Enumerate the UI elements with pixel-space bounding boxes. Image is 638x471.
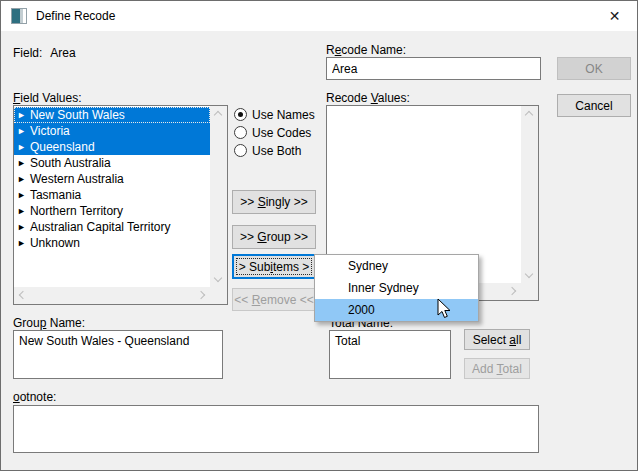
field-value-item[interactable]: ►Tasmania — [14, 187, 210, 203]
mouse-cursor-icon — [437, 298, 452, 323]
scrollbar-corner — [210, 287, 227, 304]
group-name-input[interactable]: New South Wales - Queensland — [13, 330, 223, 379]
radio-use-both[interactable]: Use Both — [234, 143, 301, 158]
group-name-label: Group Name: — [13, 316, 85, 330]
footnote-input[interactable] — [13, 405, 539, 453]
field-value: Area — [50, 46, 75, 60]
vertical-scrollbar[interactable] — [521, 106, 538, 283]
radio-unselected-icon — [234, 126, 247, 139]
cancel-button[interactable]: Cancel — [557, 94, 631, 117]
triangle-right-icon: ► — [17, 139, 26, 155]
horizontal-scrollbar[interactable] — [14, 287, 210, 304]
field-value-item[interactable]: ►Australian Capital Territory — [14, 219, 210, 235]
radio-unselected-icon — [234, 144, 247, 157]
field-value-item[interactable]: ►Western Australia — [14, 171, 210, 187]
radio-selected-icon — [234, 108, 247, 121]
recode-name-label: Recode Name: — [326, 43, 406, 57]
field-value-item[interactable]: ►New South Wales — [14, 107, 210, 123]
menu-item-inner-sydney[interactable]: Inner Sydney — [315, 277, 478, 299]
title-bar[interactable]: Define Recode ✕ — [1, 1, 637, 31]
scrollbar-corner — [521, 283, 538, 300]
scroll-down-icon[interactable] — [525, 270, 533, 278]
triangle-right-icon: ► — [17, 107, 26, 123]
radio-use-codes[interactable]: Use Codes — [234, 125, 311, 140]
scroll-right-icon[interactable] — [197, 291, 205, 299]
vertical-scrollbar[interactable] — [210, 106, 227, 287]
field-value-item[interactable]: ►Unknown — [14, 235, 210, 251]
triangle-right-icon: ► — [17, 155, 26, 171]
add-total-button[interactable]: Add Total — [464, 358, 530, 379]
field-value-item[interactable]: ►Victoria — [14, 123, 210, 139]
scroll-up-icon[interactable] — [525, 111, 533, 119]
total-list[interactable]: Total — [329, 330, 451, 379]
subitems-menu: Sydney Inner Sydney 2000 — [314, 254, 479, 322]
footnote-label: ootnote: — [13, 390, 56, 404]
scroll-right-icon[interactable] — [508, 287, 516, 295]
field-values-list[interactable]: ►New South Wales ►Victoria ►Queensland ►… — [13, 105, 228, 305]
radio-use-names[interactable]: Use Names — [234, 107, 315, 122]
total-list-item[interactable]: Total — [335, 334, 445, 348]
field-values-label: Field Values: — [13, 91, 82, 105]
select-all-button[interactable]: Select all — [464, 329, 530, 350]
close-icon: ✕ — [609, 8, 621, 24]
triangle-right-icon: ► — [17, 187, 26, 203]
close-button[interactable]: ✕ — [592, 1, 637, 30]
field-value-item[interactable]: ►Northern Territory — [14, 203, 210, 219]
triangle-right-icon: ► — [17, 219, 26, 235]
scroll-up-icon[interactable] — [214, 111, 222, 119]
triangle-right-icon: ► — [17, 123, 26, 139]
field-label: Field:Area — [13, 46, 76, 60]
window-title: Define Recode — [36, 9, 115, 23]
ok-button[interactable]: OK — [557, 57, 631, 80]
triangle-right-icon: ► — [17, 235, 26, 251]
singly-button[interactable]: >> Singly >> — [232, 190, 316, 214]
menu-item-sydney[interactable]: Sydney — [315, 255, 478, 277]
field-values-items: ►New South Wales ►Victoria ►Queensland ►… — [14, 106, 210, 287]
field-value-item[interactable]: ►South Australia — [14, 155, 210, 171]
remove-button[interactable]: << Remove << — [232, 288, 316, 311]
recode-name-input[interactable] — [326, 57, 541, 80]
triangle-right-icon: ► — [17, 203, 26, 219]
subitems-button[interactable]: > Subitems > — [232, 254, 316, 279]
scroll-left-icon[interactable] — [19, 291, 27, 299]
field-value-item[interactable]: ►Queensland — [14, 139, 210, 155]
recode-values-label: Recode Values: — [326, 91, 410, 105]
triangle-right-icon: ► — [17, 171, 26, 187]
scroll-down-icon[interactable] — [214, 274, 222, 282]
define-recode-dialog: Define Recode ✕ Field:Area Recode Name: … — [0, 0, 638, 471]
group-button[interactable]: >> Group >> — [232, 225, 316, 249]
app-icon — [11, 8, 27, 24]
menu-item-2000[interactable]: 2000 — [315, 299, 478, 321]
